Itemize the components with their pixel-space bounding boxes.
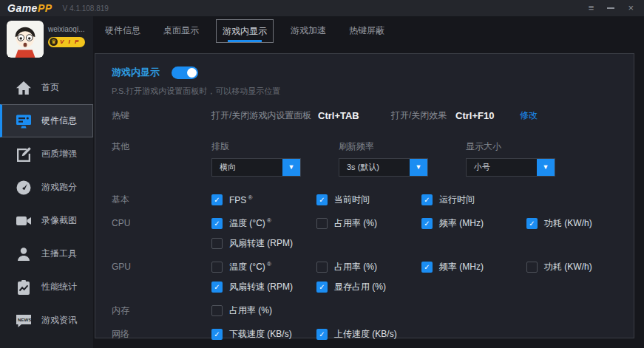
tab-hotkey-block[interactable]: 热键屏蔽 <box>343 19 390 43</box>
option-下载速度 (KB/s)[interactable]: ✓下载速度 (KB/s) <box>211 328 316 341</box>
hardware-monitor-icon <box>15 112 33 130</box>
vip-badge[interactable]: ♛ V I P <box>48 37 85 47</box>
dropdown-selected-value: 3s (默认) <box>339 159 410 176</box>
tab-hardware-info[interactable]: 硬件信息 <box>99 19 146 43</box>
checkbox-checked-icon[interactable]: ✓ <box>316 282 328 293</box>
section-GPU: GPU温度 (°C) ®占用率 (%)✓频率 (MHz)功耗 (KW/h)✓风扇… <box>95 257 634 297</box>
ingame-display-panel: 游戏内显示 P.S.打开游戏内设置面板时，可以移动显示位置 热键 打开/关闭游戏… <box>95 53 634 338</box>
checkbox-checked-icon[interactable]: ✓ <box>211 218 223 229</box>
checkbox-checked-icon[interactable]: ✓ <box>526 218 538 229</box>
logo-game-text: Game <box>7 2 38 14</box>
section-rows: 温度 (°C) ®占用率 (%)✓频率 (MHz)功耗 (KW/h)✓风扇转速 … <box>211 257 634 297</box>
sidebar: weixiaoqi... ♛ V I P 首页硬件信息画质增强游戏跑分录像截图主… <box>0 16 93 348</box>
checkbox-checked-icon[interactable]: ✓ <box>211 329 223 340</box>
checkbox-checked-icon[interactable]: ✓ <box>421 194 433 205</box>
close-icon[interactable]: × <box>628 0 634 16</box>
option-label: 占用率 (%) <box>229 304 272 317</box>
checkbox-checked-icon[interactable]: ✓ <box>211 282 223 293</box>
gamepp-window: GamePP V 4.1.108.819 ≡ × <box>0 0 644 348</box>
tab-label: 桌面显示 <box>163 25 199 35</box>
chevron-down-icon[interactable]: ▼ <box>410 159 427 176</box>
tab-desktop-display[interactable]: 桌面显示 <box>157 19 205 43</box>
option-风扇转速 (RPM)[interactable]: 风扇转速 (RPM) <box>211 237 316 250</box>
option-label: 温度 (°C) ® <box>229 261 271 273</box>
checkbox-checked-icon[interactable]: ✓ <box>316 329 328 340</box>
sidebar-item-label: 首页 <box>41 81 59 94</box>
logo-pp-text: PP <box>38 2 52 14</box>
option-风扇转速 (RPM)[interactable]: ✓风扇转速 (RPM) <box>211 281 316 293</box>
tab-label: 硬件信息 <box>105 25 140 35</box>
option-温度 (°C)[interactable]: ✓温度 (°C) ® <box>211 217 316 230</box>
toggle-knob <box>187 68 197 78</box>
tab-bar: 硬件信息桌面显示游戏内显示游戏加速热键屏蔽 <box>93 16 644 46</box>
section-label: 内存 <box>95 301 211 321</box>
ingame-display-toggle[interactable] <box>172 66 198 79</box>
section-label: 基本 <box>95 190 211 210</box>
checkbox-unchecked-icon[interactable] <box>211 305 223 316</box>
option-row: ✓下载速度 (KB/s)✓上传速度 (KB/s) <box>211 324 634 344</box>
sidebar-item-label: 录像截图 <box>41 214 77 227</box>
hotkey-effect-label: 打开/关闭效果 <box>391 109 455 122</box>
checkbox-unchecked-icon[interactable] <box>316 262 328 273</box>
option-当前时间[interactable]: ✓当前时间 <box>316 194 421 206</box>
sidebar-item-hardware-info[interactable]: 硬件信息 <box>0 104 93 137</box>
option-label: 当前时间 <box>334 194 370 206</box>
sidebar-item-game-news[interactable]: NEWS游戏资讯 <box>0 304 93 337</box>
layout-select[interactable]: 横向▼ <box>211 158 301 177</box>
sidebar-item-benchmark[interactable]: 游戏跑分 <box>0 171 93 204</box>
sidebar-item-streamer-tools[interactable]: 主播工具 <box>0 237 93 270</box>
checkbox-checked-icon[interactable]: ✓ <box>211 194 223 205</box>
chevron-down-icon[interactable]: ▼ <box>537 159 555 176</box>
option-FPS[interactable]: ✓FPS ® <box>211 194 316 205</box>
option-占用率 (%)[interactable]: 占用率 (%) <box>211 304 316 317</box>
chevron-down-icon[interactable]: ▼ <box>282 159 300 176</box>
checkbox-checked-icon[interactable]: ✓ <box>316 194 328 205</box>
option-功耗 (KW/h)[interactable]: ✓功耗 (KW/h) <box>526 217 631 230</box>
checkbox-unchecked-icon[interactable] <box>316 218 328 229</box>
option-温度 (°C)[interactable]: 温度 (°C) ® <box>211 261 316 273</box>
menu-icon[interactable]: ≡ <box>589 0 594 16</box>
hotkey-row-label: 热键 <box>95 109 211 122</box>
profile-meta: weixiaoqi... ♛ V I P <box>48 21 85 47</box>
option-上传速度 (KB/s)[interactable]: ✓上传速度 (KB/s) <box>316 328 421 341</box>
window-controls: ≡ × <box>589 0 637 16</box>
video-camera-icon <box>15 212 33 230</box>
sidebar-item-quality-enhance[interactable]: 画质增强 <box>0 137 93 171</box>
user-profile[interactable]: weixiaoqi... ♛ V I P <box>0 16 93 64</box>
sidebar-item-capture[interactable]: 录像截图 <box>0 204 93 237</box>
tab-game-boost[interactable]: 游戏加速 <box>285 19 332 43</box>
vip-label: V I P <box>60 38 80 45</box>
username: weixiaoqi... <box>48 25 85 33</box>
avatar[interactable] <box>7 21 44 58</box>
option-label: 运行时间 <box>439 194 475 206</box>
checkbox-checked-icon[interactable]: ✓ <box>421 218 433 229</box>
option-row: ✓FPS ®✓当前时间✓运行时间 <box>211 190 634 210</box>
home-icon <box>15 79 33 97</box>
minimize-icon[interactable] <box>607 7 614 9</box>
option-频率 (MHz)[interactable]: ✓频率 (MHz) <box>421 217 526 230</box>
modify-hotkey-link[interactable]: 修改 <box>520 109 538 122</box>
checkbox-unchecked-icon[interactable] <box>211 262 223 273</box>
panel-title: 游戏内显示 <box>112 66 160 79</box>
tab-ingame-display[interactable]: 游戏内显示 <box>216 19 274 43</box>
checkbox-unchecked-icon[interactable] <box>526 262 538 273</box>
sidebar-item-home[interactable]: 首页 <box>0 71 93 104</box>
dropdown-label: 刷新频率 <box>339 140 466 153</box>
option-label: 显存占用 (%) <box>334 281 386 293</box>
display-size-select[interactable]: 小号▼ <box>466 158 555 177</box>
clipboard-chart-icon <box>15 279 33 296</box>
option-显存占用 (%)[interactable]: ✓显存占用 (%) <box>316 281 421 293</box>
option-运行时间[interactable]: ✓运行时间 <box>421 194 526 206</box>
panel-note: P.S.打开游戏内设置面板时，可以移动显示位置 <box>95 86 634 97</box>
refresh-rate-select[interactable]: 3s (默认)▼ <box>339 158 428 177</box>
option-占用率 (%)[interactable]: 占用率 (%) <box>316 261 421 273</box>
hotkey-effect-key: Ctrl+F10 <box>455 110 520 121</box>
option-频率 (MHz)[interactable]: ✓频率 (MHz) <box>421 261 526 273</box>
sidebar-item-performance-stats[interactable]: 性能统计 <box>0 270 93 304</box>
checkbox-checked-icon[interactable]: ✓ <box>421 262 433 273</box>
checkbox-unchecked-icon[interactable] <box>211 238 223 249</box>
dropdown-group-wrap: 排版横向▼刷新频率3s (默认)▼显示大小小号▼ <box>211 140 593 177</box>
dropdown-group-layout: 排版横向▼ <box>211 140 339 177</box>
option-占用率 (%)[interactable]: 占用率 (%) <box>316 217 421 230</box>
option-功耗 (KW/h)[interactable]: 功耗 (KW/h) <box>526 261 631 273</box>
